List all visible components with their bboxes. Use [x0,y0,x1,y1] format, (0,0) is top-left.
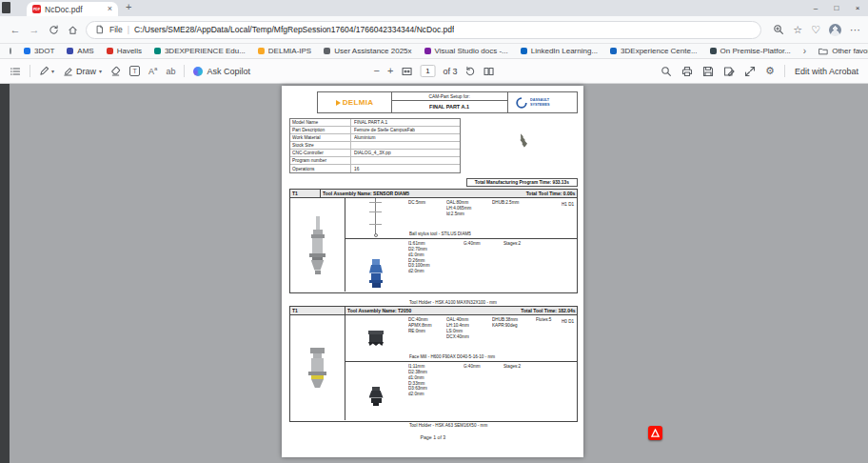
holder-caption: Tool Holder - HSK A100 MAXIN32X100 - mm [409,300,497,305]
edit-with-acrobat-button[interactable]: Edit with Acrobat [795,67,858,76]
back-button[interactable]: ← [6,24,25,35]
refresh-button[interactable] [44,25,63,35]
spec-column: G:40mm [464,241,503,247]
spec-column: DHUB:38mm KAPR:90deg [492,317,536,329]
window-close-button[interactable]: × [847,4,868,12]
info-label: Part Description [292,128,325,133]
zoom-out-icon[interactable]: − [374,66,380,76]
tool-name: Tool Assembly Name: SENSOR DIAM5 [323,191,409,196]
other-favorites-button[interactable]: Other favorites [819,47,868,55]
text-selection-icon[interactable]: ab [166,67,175,76]
bookmark-label: DELMIA-IPS [268,47,311,55]
new-tab-button[interactable]: + [126,1,131,12]
navbar-actions: ☆ ♡ ⋯ [773,24,860,36]
zoom-in-icon[interactable]: + [387,66,393,76]
table-of-contents-icon[interactable] [10,66,21,77]
info-row: Operations 16 [290,165,460,172]
address-bar[interactable]: File | C:/Users/SME28/AppData/Local/Temp… [86,21,761,39]
info-row: Stock Size [290,142,460,150]
info-label: Operations [292,166,314,171]
info-row: Part Description Femure de Stelle Campus… [290,127,460,134]
bookmark-item[interactable]: User Assistance 2025x [324,47,411,55]
face-mill-render [345,315,406,361]
pen-tool-button[interactable]: ▾ [39,66,54,76]
tab-close-icon[interactable]: × [108,5,112,13]
doc-header-table: DELMIA CAM-Part Setup for: FINAL PART A.… [317,91,578,113]
bookmark-item[interactable]: Visual Studio docs -... [424,47,508,55]
read-aloud-sup: a [154,66,157,71]
bookmark-favicon [424,48,431,54]
bookmark-item[interactable]: LinkedIn Learning... [521,47,598,55]
page-number-input[interactable] [420,65,435,77]
document-icon [95,25,105,34]
pdf-toolbar-right: ⚙ Edit with Acrobat [661,65,868,77]
history-bookmark-icon[interactable] [10,48,11,54]
part-title: FINAL PART A.1 [429,104,469,110]
info-value: Aluminium [354,135,375,141]
read-aloud-icon[interactable]: Aa [148,66,157,76]
bookmark-item[interactable]: Havells [107,47,142,55]
tab-title: NcDoc.pdf [45,5,104,14]
ask-copilot-button[interactable]: Ask Copilot [193,67,250,76]
holder-row: l1:11mm D2:38mm d1:0mm D:33mm D3:63mm d2… [345,362,577,430]
save-as-icon[interactable] [723,66,735,77]
search-icon[interactable] [661,66,672,77]
tool-id: T1 [292,191,298,196]
info-value: DIALOG_4_3X.pp [354,151,391,156]
minimize-button[interactable]: – [805,4,826,12]
browser-essentials-icon[interactable]: ♡ [811,25,820,35]
tab-strip: PDF NcDoc.pdf × + – □ × [0,0,868,16]
maximize-button[interactable]: □ [826,4,847,12]
viewer-side-strip [0,84,10,463]
pdf-viewport[interactable]: DELMIA CAM-Part Setup for: FINAL PART A.… [0,84,868,463]
add-text-icon[interactable]: T [129,66,140,76]
window-edge-artifact [2,2,10,13]
page-view-icon[interactable] [483,66,494,77]
info-value: Femure de Stelle CampusFab [354,128,415,133]
acrobat-launcher-button[interactable] [648,426,662,440]
bookmark-item[interactable]: 3DExperience Cente... [610,47,698,55]
tool-time: Total Tool Time: 0.00s [525,191,575,196]
tool-table-header: T1 Tool Assembly Name: SENSOR DIAM5 Tota… [290,190,577,198]
bookmark-item[interactable]: DELMIA-IPS [258,47,311,55]
bookmarks-overflow-chevron-icon[interactable]: › [803,46,806,56]
holder-specs: l1:61mm D2:70mm d1:0mm D:26mm D3:100mm d… [406,239,577,307]
rotate-icon[interactable] [464,66,475,76]
tool1-assembly-drawing [290,198,345,292]
part-info-table: Model Name FINAL PART A.1 Part Descripti… [289,118,461,173]
total-program-time-box: Total Manufacturing Program Time: 933.13… [466,178,578,187]
eraser-icon[interactable] [110,66,121,76]
draw-tool-button[interactable]: Draw ▾ [63,66,102,76]
info-label: Stock Size [292,143,314,149]
bookmark-label: Havells [117,47,142,55]
chevron-down-icon: ▾ [51,68,54,74]
bookmark-label: 3DEXPERIENCE Edu... [165,47,246,55]
bookmark-favicon [710,48,717,54]
pdf-settings-gear-icon[interactable]: ⚙ [765,66,775,76]
bookmark-item[interactable]: 3DOT [24,47,54,55]
info-label: CNC-Controller [292,151,324,156]
info-label: Program number [292,158,326,164]
pdf-toolbar-left: ▾ Draw ▾ T Aa ab Ask Copilot [0,65,250,77]
print-icon[interactable] [681,66,693,77]
favorites-star-icon[interactable]: ☆ [793,25,802,35]
settings-menu-icon[interactable]: ⋯ [850,25,860,35]
spec-column: DHUB:2.5mm [492,200,536,206]
bookmark-item[interactable]: On Premise-Platfor... [710,47,791,55]
spec-column: G:40mm [464,364,503,370]
bookmark-item[interactable]: AMS [67,47,93,55]
forward-button[interactable]: → [25,24,44,35]
ask-copilot-label: Ask Copilot [207,67,250,76]
save-icon[interactable] [702,66,714,77]
home-button[interactable] [63,25,82,35]
profile-avatar[interactable] [829,24,841,36]
url-divider: | [128,25,129,34]
fit-to-page-icon[interactable] [401,66,412,77]
zoom-icon[interactable] [773,24,784,35]
bookmark-item[interactable]: 3DEXPERIENCE Edu... [154,47,246,55]
cutter-caption: Face Mill - H600 F90AX D040-5-16-10 - mm [409,354,495,359]
bookmark-label: LinkedIn Learning... [531,47,598,55]
fullscreen-icon[interactable] [744,66,756,77]
browser-tab[interactable]: PDF NcDoc.pdf × [27,2,118,16]
pdf-toolbar-center: − + of 3 [374,65,495,77]
